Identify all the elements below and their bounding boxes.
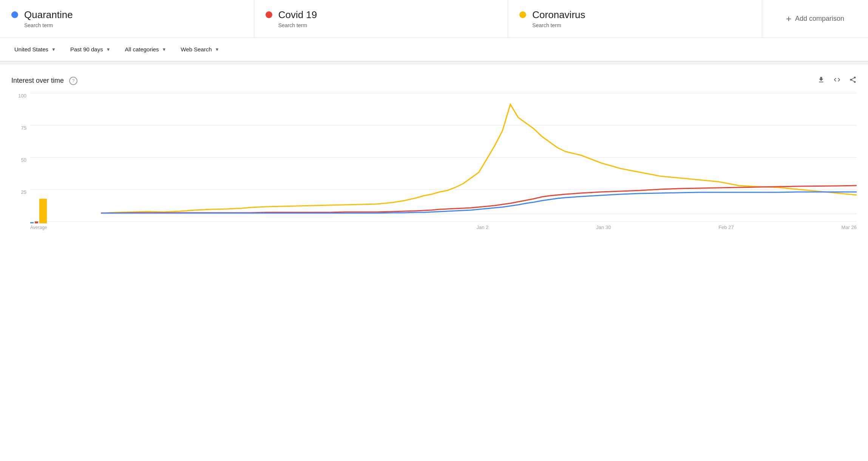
help-icon[interactable]: ? — [69, 77, 77, 85]
quarantine-text-group: Quarantine Search term — [24, 9, 73, 28]
coronavirus-type: Search term — [532, 22, 585, 28]
chart-title: Interest over time — [11, 77, 64, 85]
y-label-100: 100 — [8, 93, 26, 99]
add-comparison-plus-icon: + — [786, 14, 791, 24]
location-filter-label: United States — [14, 46, 48, 53]
quarantine-name: Quarantine — [24, 9, 73, 21]
covid19-text-group: Covid 19 Search term — [278, 9, 317, 28]
coronavirus-dot — [519, 11, 526, 18]
search-term-quarantine[interactable]: Quarantine Search term — [0, 0, 254, 37]
chart-body: 100 75 50 25 — [0, 93, 868, 230]
coronavirus-line — [101, 104, 857, 213]
period-filter-arrow: ▼ — [106, 47, 111, 52]
x-label-mar26: Mar 26 — [842, 224, 857, 230]
download-icon[interactable] — [817, 76, 825, 85]
y-label-75: 75 — [8, 125, 26, 131]
category-filter-label: All categories — [125, 46, 159, 53]
x-label-jan2: Jan 2 — [477, 224, 489, 230]
search-type-filter[interactable]: Web Search ▼ — [176, 43, 225, 56]
category-filter-arrow: ▼ — [162, 47, 167, 52]
add-comparison-button[interactable]: + Add comparison — [762, 0, 868, 37]
y-axis: 100 75 50 25 — [8, 93, 26, 221]
covid19-type: Search term — [278, 22, 317, 28]
search-terms-bar: Quarantine Search term Covid 19 Search t… — [0, 0, 868, 38]
covid19-dot — [266, 11, 272, 18]
coronavirus-name: Coronavirus — [532, 9, 585, 21]
chart-actions — [817, 76, 857, 85]
x-label-feb27: Feb 27 — [718, 224, 734, 230]
search-term-covid19[interactable]: Covid 19 Search term — [254, 0, 508, 37]
quarantine-dot — [11, 11, 18, 18]
x-labels-group: Jan 2 Jan 30 Feb 27 Mar 26 — [410, 224, 857, 230]
average-section: Average — [30, 198, 47, 230]
embed-icon[interactable] — [833, 76, 841, 85]
covid19-name: Covid 19 — [278, 9, 317, 21]
search-term-coronavirus[interactable]: Coronavirus Search term — [508, 0, 762, 37]
x-label-jan30: Jan 30 — [596, 224, 611, 230]
category-filter[interactable]: All categories ▼ — [120, 43, 172, 56]
separator — [0, 62, 868, 65]
share-icon[interactable] — [849, 76, 857, 85]
y-label-50: 50 — [8, 157, 26, 163]
location-filter-arrow: ▼ — [51, 47, 56, 52]
chart-svg — [30, 93, 857, 221]
average-label: Average — [30, 225, 47, 230]
location-filter[interactable]: United States ▼ — [9, 43, 61, 56]
x-axis: Average Jan 2 Jan 30 Feb 27 Mar 26 — [30, 221, 857, 230]
avg-bar-blue — [30, 222, 34, 223]
average-bars — [30, 198, 47, 223]
chart-title-group: Interest over time ? — [11, 77, 77, 85]
y-label-25: 25 — [8, 189, 26, 195]
chart-inner: 100 75 50 25 — [30, 93, 857, 221]
add-comparison-label: Add comparison — [795, 15, 844, 23]
avg-bar-yellow — [39, 199, 47, 223]
coronavirus-text-group: Coronavirus Search term — [532, 9, 585, 28]
avg-bar-red — [35, 221, 38, 223]
search-type-filter-label: Web Search — [181, 46, 212, 53]
chart-header: Interest over time ? — [0, 72, 868, 93]
chart-section: Interest over time ? 100 75 5 — [0, 65, 868, 241]
period-filter-label: Past 90 days — [70, 46, 103, 53]
period-filter[interactable]: Past 90 days ▼ — [65, 43, 116, 56]
search-type-filter-arrow: ▼ — [215, 47, 219, 52]
filters-bar: United States ▼ Past 90 days ▼ All categ… — [0, 38, 868, 62]
quarantine-type: Search term — [24, 22, 73, 28]
quarantine-line — [101, 192, 857, 213]
